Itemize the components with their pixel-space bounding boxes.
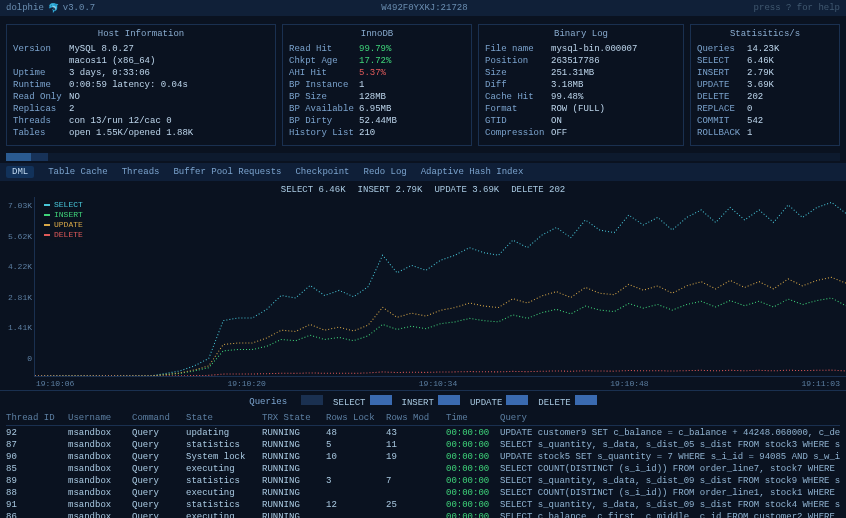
app-version: v3.0.7 (63, 3, 95, 13)
cell-state: statistics (186, 439, 258, 451)
y-tick: 0 (2, 354, 32, 363)
panel-row: GTIDON (485, 115, 677, 127)
panel-title: Host Information (13, 29, 269, 39)
cell-id: 90 (6, 451, 64, 463)
panel-row: COMMIT542 (697, 115, 833, 127)
cell-id: 85 (6, 463, 64, 475)
cell-rl: 12 (326, 499, 382, 511)
panel-value: 2.79K (747, 67, 774, 79)
tab-checkpoint[interactable]: Checkpoint (295, 167, 349, 177)
cell-q: UPDATE stock5 SET s_quantity = 7 WHERE s… (500, 451, 840, 463)
filter-toggle-queries[interactable] (301, 395, 323, 405)
panel-row: Cache Hit99.48% (485, 91, 677, 103)
panel-key: Replicas (13, 103, 69, 115)
filter-label: Queries (249, 397, 287, 407)
panel-row: BP Instance1 (289, 79, 465, 91)
panel-key: Read Hit (289, 43, 359, 55)
panel-key (13, 55, 69, 67)
cell-state: executing (186, 487, 258, 499)
panel-row: CompressionOFF (485, 127, 677, 139)
panel-value: 17.72% (359, 55, 391, 67)
dml-chart: 7.03K5.62K4.22K2.81K1.41K0 SELECTINSERTU… (0, 197, 846, 377)
panel-value: 5.37% (359, 67, 386, 79)
query-filter-bar: Queries SELECTINSERTUPDATEDELETE (0, 391, 846, 412)
cell-trx: RUNNING (262, 427, 322, 439)
legend-label: UPDATE (54, 220, 83, 230)
cell-rm: 25 (386, 499, 442, 511)
panel-key: Position (485, 55, 551, 67)
cell-time: 00:00:00 (446, 487, 496, 499)
panel-key: Queries (697, 43, 747, 55)
tab-redo-log[interactable]: Redo Log (363, 167, 406, 177)
cell-id: 86 (6, 511, 64, 518)
panel-value: 2 (69, 103, 74, 115)
cell-state: updating (186, 427, 258, 439)
cell-time: 00:00:00 (446, 475, 496, 487)
panel-row: Chkpt Age17.72% (289, 55, 465, 67)
legend-label: SELECT (54, 200, 83, 210)
cell-cmd: Query (132, 475, 182, 487)
panel-value: 3 days, 0:33:06 (69, 67, 150, 79)
filter-toggle-insert[interactable] (438, 395, 460, 405)
summary-select: SELECT 6.46K (281, 185, 346, 195)
filter-label-select: SELECT (333, 398, 365, 408)
panel-key: Size (485, 67, 551, 79)
table-row[interactable]: 85msandboxQueryexecutingRUNNING00:00:00S… (6, 463, 840, 475)
panel-key: File name (485, 43, 551, 55)
panel-value: NO (69, 91, 80, 103)
panel-value: 0:00:59 latency: 0.04s (69, 79, 188, 91)
legend-label: INSERT (54, 210, 83, 220)
tab-dml[interactable]: DML (6, 166, 34, 178)
panel-value: open 1.55K/opened 1.88K (69, 127, 193, 139)
cell-q: SELECT s_quantity, s_data, s_dist_09 s_d… (500, 475, 840, 487)
filter-label-delete: DELETE (538, 398, 570, 408)
cell-id: 89 (6, 475, 64, 487)
panel-title: Statisitics/s (697, 29, 833, 39)
tab-table-cache[interactable]: Table Cache (48, 167, 107, 177)
panel-row: ROLLBACK1 (697, 127, 833, 139)
filter-toggle-select[interactable] (370, 395, 392, 405)
legend-swatch-icon (44, 204, 50, 206)
panel-value: 0 (747, 103, 752, 115)
graph-tabs: DMLTable CacheThreadsBuffer Pool Request… (0, 163, 846, 181)
table-row[interactable]: 89msandboxQuerystatisticsRUNNING3700:00:… (6, 475, 840, 487)
cell-id: 88 (6, 487, 64, 499)
panel-row: History List210 (289, 127, 465, 139)
cell-state: executing (186, 463, 258, 475)
col-head: State (186, 412, 258, 424)
panel-key: History List (289, 127, 359, 139)
panel-row: macos11 (x86_64) (13, 55, 269, 67)
tab-adaptive-hash-index[interactable]: Adaptive Hash Index (421, 167, 524, 177)
help-hint: press ? for help (754, 3, 840, 13)
cell-rl: 5 (326, 439, 382, 451)
panel-key: Diff (485, 79, 551, 91)
panel-row: SELECT6.46K (697, 55, 833, 67)
cell-trx: RUNNING (262, 511, 322, 518)
table-row[interactable]: 90msandboxQuerySystem lockRUNNING101900:… (6, 451, 840, 463)
panel-key: BP Instance (289, 79, 359, 91)
panel-key: SELECT (697, 55, 747, 67)
table-row[interactable]: 91msandboxQuerystatisticsRUNNING122500:0… (6, 499, 840, 511)
cell-cmd: Query (132, 439, 182, 451)
tab-threads[interactable]: Threads (122, 167, 160, 177)
panel-value: 210 (359, 127, 375, 139)
panel-stats: Statisitics/s Queries14.23KSELECT6.46KIN… (690, 24, 840, 146)
table-row[interactable]: 86msandboxQueryexecutingRUNNING00:00:00S… (6, 511, 840, 518)
tab-buffer-pool-requests[interactable]: Buffer Pool Requests (173, 167, 281, 177)
panel-row: UPDATE3.69K (697, 79, 833, 91)
panel-value: MySQL 8.0.27 (69, 43, 134, 55)
panel-row: Queries14.23K (697, 43, 833, 55)
cell-trx: RUNNING (262, 451, 322, 463)
y-tick: 1.41K (2, 323, 32, 332)
table-row[interactable]: 92msandboxQueryupdatingRUNNING484300:00:… (6, 427, 840, 439)
table-row[interactable]: 87msandboxQuerystatisticsRUNNING51100:00… (6, 439, 840, 451)
panel-row: Diff3.18MB (485, 79, 677, 91)
cell-q: UPDATE customer9 SET c_balance = c_balan… (500, 427, 840, 439)
filter-toggle-delete[interactable] (575, 395, 597, 405)
cell-time: 00:00:00 (446, 499, 496, 511)
table-row[interactable]: 88msandboxQueryexecutingRUNNING00:00:00S… (6, 487, 840, 499)
panel-row: Position263517786 (485, 55, 677, 67)
filter-toggle-update[interactable] (506, 395, 528, 405)
panel-key: BP Size (289, 91, 359, 103)
legend-item: INSERT (44, 210, 83, 220)
